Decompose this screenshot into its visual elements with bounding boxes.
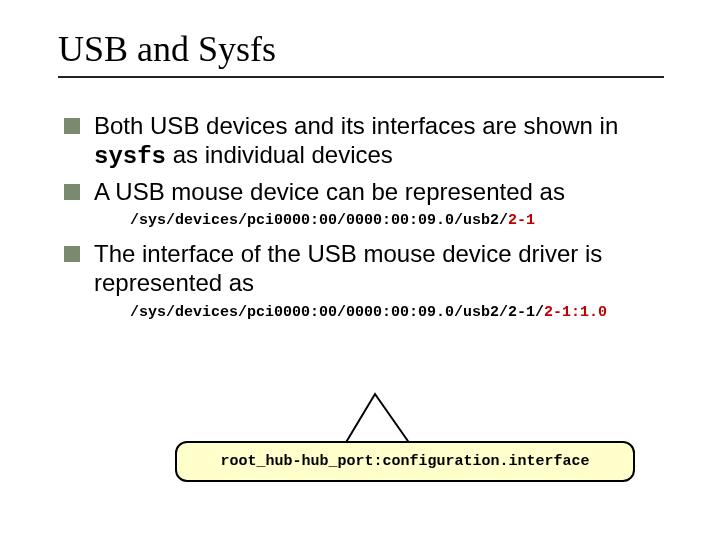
code-path-highlight: 2-1 [508,212,535,229]
bullet-text: The interface of the USB mouse device dr… [94,240,602,296]
bullet-text: A USB mouse device can be represented as [94,178,565,205]
code-path: /sys/devices/pci0000:00/0000:00:09.0/usb… [94,212,670,230]
slide-title: USB and Sysfs [58,28,670,70]
bullet-item: A USB mouse device can be represented as… [64,178,670,231]
code-path-prefix: /sys/devices/pci0000:00/0000:00:09.0/usb… [130,212,508,229]
bullet-list: Both USB devices and its interfaces are … [58,112,670,322]
code-path-prefix: /sys/devices/pci0000:00/0000:00:09.0/usb… [130,304,544,321]
bullet-item: Both USB devices and its interfaces are … [64,112,670,172]
title-underline [58,76,664,78]
bullet-text: as individual devices [166,141,393,168]
code-path: /sys/devices/pci0000:00/0000:00:09.0/usb… [94,304,670,322]
callout-text: root_hub-hub_port:configuration.interfac… [220,453,589,470]
bullet-item: The interface of the USB mouse device dr… [64,240,670,322]
callout-box: root_hub-hub_port:configuration.interfac… [175,441,635,482]
code-path-highlight: 2-1:1.0 [544,304,607,321]
bullet-text: Both USB devices and its interfaces are … [94,112,618,139]
inline-code: sysfs [94,143,166,170]
callout: root_hub-hub_port:configuration.interfac… [175,395,635,436]
callout-pointer-icon [315,389,435,449]
